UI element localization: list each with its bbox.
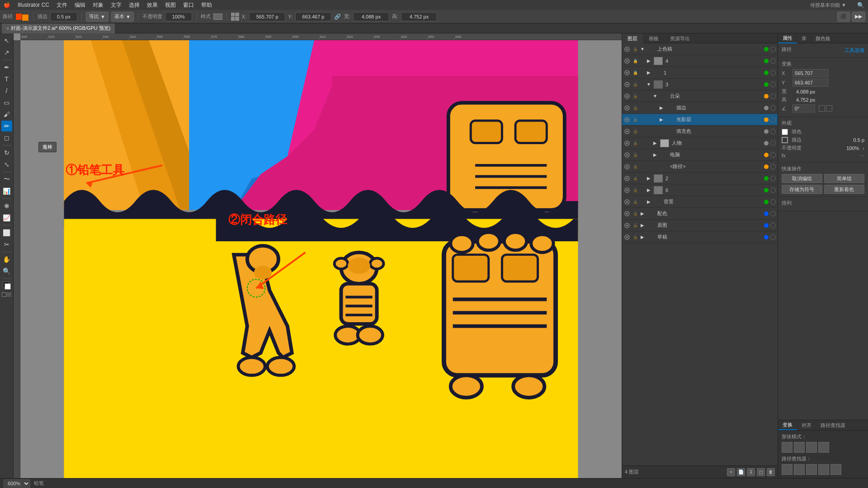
flip-v-btn[interactable]: [826, 105, 832, 112]
layer-expand-diannao[interactable]: ▶: [652, 151, 658, 159]
stroke-width-input[interactable]: [50, 12, 77, 21]
layer-lock-2[interactable]: 🔓: [631, 174, 639, 183]
layer-expand-miaob[interactable]: ▶: [658, 104, 665, 112]
layer-row-tianchong[interactable]: 🔓 填充色: [622, 126, 778, 137]
layer-row-4[interactable]: 🔒 ▶ 4: [622, 55, 778, 67]
layer-lock-beijing[interactable]: 🔓: [631, 198, 639, 206]
style-swatch[interactable]: [213, 14, 222, 20]
layer-row-shang[interactable]: 🔓 ▼ 上色稿: [622, 43, 778, 55]
layer-row-yuantuh[interactable]: 🔓 ▶ 原图: [622, 220, 778, 231]
layer-vis-2[interactable]: [623, 174, 631, 183]
layer-select-peiseh[interactable]: [770, 211, 776, 216]
shape-intersect-btn[interactable]: [806, 442, 817, 453]
layer-select-miaob[interactable]: [770, 105, 776, 111]
layer-expand-1[interactable]: ▶: [646, 69, 652, 77]
layer-select-shang[interactable]: [770, 47, 776, 52]
align-btn[interactable]: 简单组: [824, 174, 865, 183]
layer-expand-renwu[interactable]: ▶: [652, 139, 658, 147]
menu-item-illustrator[interactable]: Illustrator CC: [18, 2, 49, 8]
artwork-canvas[interactable]: [20, 40, 622, 478]
menu-item-text[interactable]: 文字: [111, 1, 122, 9]
layer-lock-6[interactable]: 🔓: [631, 186, 639, 194]
layer-row-miaob[interactable]: 🔓 ▶ 描边: [622, 102, 778, 114]
y-field[interactable]: [793, 79, 829, 87]
y-input[interactable]: [295, 12, 331, 21]
layer-expand-4[interactable]: ▶: [646, 57, 652, 65]
pf-outline-btn[interactable]: [830, 464, 841, 475]
height-input[interactable]: [401, 12, 437, 21]
tab-pathfinder[interactable]: 路径查找器: [816, 420, 850, 430]
layer-vis-diannao[interactable]: [623, 151, 631, 159]
pf-crop-btn[interactable]: [818, 464, 829, 475]
direct-selection-tool[interactable]: ↗: [1, 47, 12, 58]
layer-vis-peiseh[interactable]: [623, 210, 631, 218]
dash-select[interactable]: 等比 ▼: [86, 12, 108, 22]
warp-tool[interactable]: 〜: [1, 174, 12, 185]
link-icon[interactable]: 🔗: [334, 14, 341, 20]
symbol-tool[interactable]: ❋: [1, 201, 12, 211]
more-icon[interactable]: ▶▶: [852, 12, 865, 22]
fill-color-swatch[interactable]: [22, 14, 29, 21]
layer-vis-6[interactable]: [623, 186, 631, 194]
stroke-swatch[interactable]: [782, 137, 788, 143]
menu-item-select[interactable]: 选择: [129, 1, 140, 9]
layer-row-peiseh[interactable]: 🔓 ▶ 配色: [622, 208, 778, 220]
layer-vis-4[interactable]: [623, 57, 631, 65]
layer-lock-3[interactable]: 🔓: [631, 80, 639, 89]
document-tab[interactable]: × 封面-演示源文件2.ai* 600% (RGB/GPU 预览): [2, 23, 115, 33]
rectangle-tool[interactable]: ▭: [1, 97, 12, 108]
layer-vis-miaob[interactable]: [623, 104, 631, 112]
layer-row-yunpian[interactable]: 🔓 ▼ 云朵: [622, 90, 778, 102]
layer-select-3[interactable]: [770, 82, 776, 87]
layer-expand-guangy[interactable]: ▶: [658, 116, 665, 124]
menu-item-object[interactable]: 对象: [93, 1, 104, 9]
menu-item-view[interactable]: 视图: [165, 1, 176, 9]
move-to-btn[interactable]: ↧: [747, 468, 755, 476]
tab-artboards[interactable]: 画板: [643, 33, 665, 43]
layer-row-caogao[interactable]: 🔓 ▶ 草稿: [622, 231, 778, 243]
menu-item-help[interactable]: 帮助: [201, 1, 212, 9]
layer-row-beijing[interactable]: 🔓 ▶ 背景: [622, 196, 778, 208]
layer-row-guangy[interactable]: 🔓 ▶ 光影层: [622, 114, 778, 126]
tab-properties[interactable]: 属性: [778, 33, 797, 43]
template-btn[interactable]: ◻: [757, 468, 765, 476]
zoom-select[interactable]: 600% 400% 200% 100% 75% 50%: [4, 479, 30, 488]
pf-trim-btn[interactable]: [794, 464, 805, 475]
selection-tool[interactable]: ↖: [1, 35, 12, 46]
layer-lock-yuantuh[interactable]: 🔓: [631, 221, 639, 230]
layer-vis-tianchong[interactable]: [623, 127, 631, 136]
angle-field[interactable]: [793, 104, 815, 113]
artboard-tool[interactable]: ⬜: [1, 227, 12, 238]
graph-tool[interactable]: 📊: [1, 186, 12, 197]
layer-select-yuantuh[interactable]: [770, 223, 776, 228]
menu-item-edit[interactable]: 编辑: [75, 1, 85, 9]
tab-align[interactable]: 对齐: [797, 420, 816, 430]
layer-select-lujing[interactable]: [770, 164, 776, 169]
stroke-mini[interactable]: [2, 292, 6, 297]
width-input[interactable]: [353, 12, 389, 21]
x-input[interactable]: [249, 12, 285, 21]
layer-select-1[interactable]: [770, 70, 776, 75]
layer-row-2[interactable]: 🔓 ▶ 2: [622, 173, 778, 184]
layer-select-caogao[interactable]: [770, 235, 776, 240]
scale-tool[interactable]: ⤡: [1, 159, 12, 170]
expand-icon[interactable]: ›: [863, 145, 864, 151]
layer-row-3[interactable]: 🔓 ▼ 3: [622, 79, 778, 90]
layer-vis-1[interactable]: [623, 69, 631, 77]
transform-grid-icon[interactable]: [231, 13, 239, 21]
recolor-btn[interactable]: 重新着色: [824, 185, 865, 194]
layer-select-guangy[interactable]: [770, 117, 776, 122]
search-icon[interactable]: 🔍: [857, 2, 864, 9]
layer-row-renwu[interactable]: 🔓 ▶ 人物: [622, 137, 778, 149]
text-tool[interactable]: T: [1, 74, 12, 84]
menu-item-file[interactable]: 文件: [57, 1, 67, 9]
line-tool[interactable]: /: [1, 85, 12, 96]
layer-select-6[interactable]: [770, 188, 776, 193]
color-swatches[interactable]: [2, 281, 12, 291]
layer-vis-3[interactable]: [623, 80, 631, 89]
tab-swatches[interactable]: 颜色板: [811, 33, 835, 43]
layer-vis-guangy[interactable]: [623, 116, 631, 124]
layer-lock-4[interactable]: 🔒: [631, 57, 639, 65]
layer-vis-lujing[interactable]: [623, 163, 631, 171]
profile-select[interactable]: 基本 ▼: [111, 12, 134, 22]
